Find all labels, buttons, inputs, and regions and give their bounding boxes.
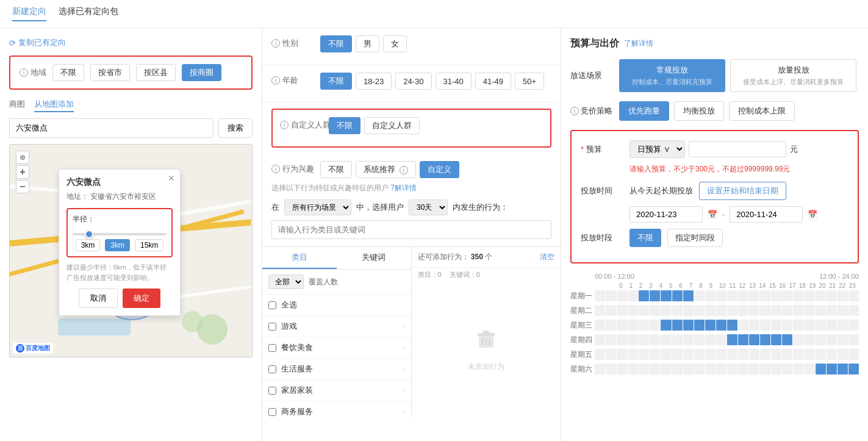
schedule-cell[interactable] [771,320,781,331]
schedule-cell[interactable] [760,349,770,360]
schedule-cell[interactable] [716,305,726,316]
gender-unlimited-btn[interactable]: 不限 [320,35,352,52]
schedule-cell[interactable] [672,364,683,375]
radius-15km-btn[interactable]: 15km [135,239,163,251]
schedule-cell[interactable] [639,320,649,331]
period-specific-btn[interactable]: 指定时间段 [667,229,723,247]
schedule-cell[interactable] [694,364,705,375]
schedule-cell[interactable] [771,364,781,375]
schedule-cell[interactable] [827,320,837,331]
schedule-cell[interactable] [760,320,770,331]
schedule-cell[interactable] [705,334,716,345]
schedule-cell[interactable] [716,334,726,345]
schedule-cell[interactable] [727,320,737,331]
info-icon[interactable]: i [20,68,28,77]
schedule-cell[interactable] [782,349,792,360]
crowd-custom-btn[interactable]: 自定义人群 [364,117,420,134]
schedule-cell[interactable] [771,305,781,316]
schedule-cell[interactable] [827,334,837,345]
schedule-cell[interactable] [628,334,638,345]
schedule-cell[interactable] [606,364,616,375]
behavior-sys-info[interactable]: i [400,166,408,174]
zoom-out-btn[interactable]: − [16,180,29,193]
gender-male-btn[interactable]: 男 [356,35,379,52]
bidding-volume-btn[interactable]: 优先跑量 [619,101,669,121]
schedule-cell[interactable] [782,334,792,345]
schedule-cell[interactable] [804,320,814,331]
schedule-cell[interactable] [672,305,683,316]
age-24-30-btn[interactable]: 24-30 [395,73,431,90]
learn-more-link[interactable]: 了解详情 [624,38,653,49]
schedule-cell[interactable] [749,305,759,316]
schedule-cell[interactable] [848,349,859,360]
schedule-cell[interactable] [683,364,694,375]
schedule-cell[interactable] [661,320,671,331]
schedule-cell[interactable] [727,364,737,375]
schedule-cell[interactable] [738,305,748,316]
schedule-cell[interactable] [838,364,848,375]
behavior-info-icon[interactable]: i [271,165,280,173]
schedule-cell[interactable] [827,349,837,360]
schedule-cell[interactable] [650,290,660,301]
schedule-cell[interactable] [716,290,726,301]
schedule-cell[interactable] [848,334,859,345]
schedule-cell[interactable] [738,364,748,375]
tag-checkbox-all[interactable] [268,301,276,309]
tab-new[interactable]: 新建定向 [12,6,46,21]
schedule-cell[interactable] [838,349,848,360]
end-date-input[interactable] [730,206,803,223]
schedule-cell[interactable] [738,290,748,301]
schedule-cell[interactable] [683,349,694,360]
map-tab-map[interactable]: 从地图添加 [34,99,74,112]
schedule-cell[interactable] [827,290,837,301]
schedule-cell[interactable] [606,320,616,331]
schedule-cell[interactable] [782,364,792,375]
tag-tab-category[interactable]: 类目 [262,247,337,269]
schedule-cell[interactable] [606,290,616,301]
schedule-cell[interactable] [816,290,826,301]
schedule-cell[interactable] [771,290,781,301]
bidding-cost-control-btn[interactable]: 控制成本上限 [729,101,795,121]
schedule-cell[interactable] [771,334,781,345]
tag-filter-select[interactable]: 全部 [268,274,304,289]
schedule-cell[interactable] [705,290,716,301]
tag-item-life[interactable]: 生活服务 › [262,359,411,380]
schedule-cell[interactable] [760,305,770,316]
schedule-cell[interactable] [628,305,638,316]
tag-clear-btn[interactable]: 清空 [540,252,554,262]
schedule-cell[interactable] [738,320,748,331]
schedule-cell[interactable] [782,305,792,316]
schedule-cell[interactable] [650,320,660,331]
schedule-cell[interactable] [793,349,803,360]
schedule-cell[interactable] [716,349,726,360]
placement-volume-btn[interactable]: 放量投放 接受成本上浮、尽量消耗更多预算 [730,59,856,92]
schedule-cell[interactable] [628,320,638,331]
schedule-cell[interactable] [727,334,737,345]
schedule-cell[interactable] [606,334,616,345]
schedule-cell[interactable] [705,364,716,375]
radius-slider[interactable] [73,233,167,235]
schedule-cell[interactable] [683,305,694,316]
schedule-cell[interactable] [650,334,660,345]
zoom-in-btn[interactable]: + [16,165,29,179]
start-date-input[interactable] [629,206,703,223]
schedule-cell[interactable] [804,364,814,375]
schedule-cell[interactable] [749,334,759,345]
schedule-cell[interactable] [595,364,605,375]
schedule-cell[interactable] [727,290,737,301]
schedule-cell[interactable] [816,334,826,345]
crowd-unlimited-btn[interactable]: 不限 [329,117,360,134]
schedule-cell[interactable] [683,334,694,345]
schedule-cell[interactable] [760,290,770,301]
custom-crowd-info-icon[interactable]: i [280,121,289,129]
age-18-23-btn[interactable]: 18-23 [356,73,392,90]
schedule-cell[interactable] [716,364,726,375]
schedule-cell[interactable] [595,320,605,331]
schedule-cell[interactable] [595,305,605,316]
schedule-cell[interactable] [606,305,616,316]
schedule-cell[interactable] [793,364,803,375]
behavior-scene-select[interactable]: 所有行为场景 [284,199,351,215]
region-district-btn[interactable]: 按区县 [136,64,176,81]
behavior-note-link[interactable]: 7解详情 [390,184,417,192]
behavior-custom-btn[interactable]: 自定义 [420,161,459,178]
